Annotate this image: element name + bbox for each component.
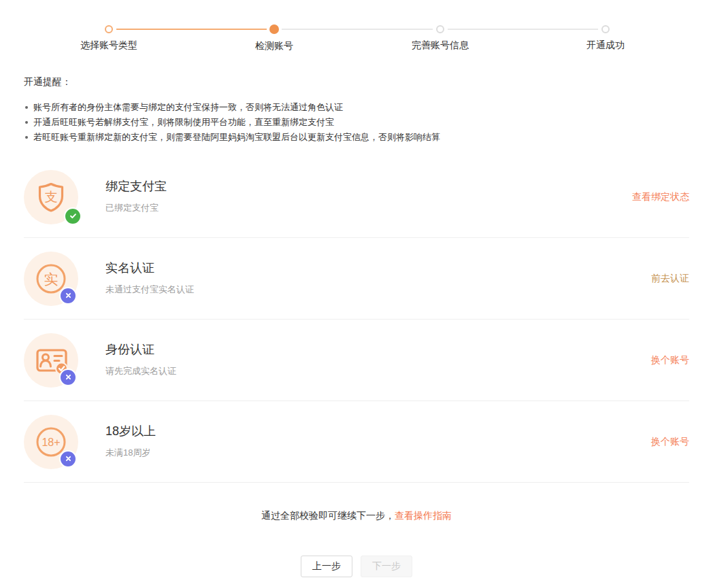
- step-dot-active: [269, 24, 279, 34]
- go-verify-link[interactable]: 前去认证: [651, 273, 689, 285]
- progress-stepper: 选择账号类型 检测账号 完善账号信息 开通成功: [0, 0, 728, 63]
- check-title: 18岁以上: [105, 424, 156, 439]
- step-label: 完善账号信息: [412, 39, 469, 52]
- operation-guide-link[interactable]: 查看操作指南: [395, 510, 452, 521]
- check-title: 绑定支付宝: [105, 180, 167, 194]
- check-title: 身份认证: [105, 343, 176, 358]
- real-name-icon: 实: [24, 252, 78, 306]
- activation-notice: 开通提醒： 账号所有者的身份主体需要与绑定的支付宝保持一致，否则将无法通过角色认…: [24, 76, 689, 145]
- check-text: 实名认证 未通过支付宝实名认证: [105, 261, 194, 296]
- real-name-glyph: 实: [44, 271, 59, 287]
- change-account-link[interactable]: 换个账号: [651, 354, 689, 366]
- wizard-buttons: 上一步 下一步: [24, 556, 689, 577]
- step-complete-info: 完善账号信息: [379, 24, 501, 52]
- view-binding-status-link[interactable]: 查看绑定状态: [632, 191, 689, 203]
- step-check-account: 检测账号: [213, 24, 335, 52]
- status-cross-icon: [59, 287, 77, 305]
- step-select-account-type: 选择账号类型: [48, 24, 170, 52]
- account-check-page: 选择账号类型 检测账号 完善账号信息 开通成功 开通提醒： 账号所有者的身份主体…: [0, 0, 728, 580]
- age-18-glyph: 18+: [42, 437, 60, 448]
- notice-list: 账号所有者的身份主体需要与绑定的支付宝保持一致，否则将无法通过角色认证 开通后旺…: [24, 100, 689, 145]
- notice-item: 若旺旺账号重新绑定新的支付宝，则需要登陆阿里妈妈淘宝联盟后台以更新支付宝信息，否…: [24, 130, 689, 145]
- check-item-alipay-bind: 支 绑定支付宝 已绑定支付宝 查看绑定状态: [24, 156, 689, 238]
- age-18-plus-icon: 18+: [24, 415, 78, 469]
- prev-step-button[interactable]: 上一步: [301, 556, 352, 577]
- check-desc: 未通过支付宝实名认证: [105, 284, 194, 296]
- status-check-icon: [64, 207, 82, 225]
- alipay-shield-icon: 支: [24, 170, 78, 224]
- check-item-real-name: 实 实名认证 未通过支付宝实名认证 前去认证: [24, 238, 689, 320]
- step-dot-pending: [601, 25, 610, 33]
- step-dot-done: [105, 25, 113, 33]
- change-account-link[interactable]: 换个账号: [651, 436, 689, 448]
- check-title: 实名认证: [105, 261, 194, 276]
- next-step-button[interactable]: 下一步: [361, 556, 412, 577]
- check-desc: 请先完成实名认证: [105, 365, 176, 377]
- step-label: 开通成功: [586, 39, 625, 52]
- alipay-glyph: 支: [45, 190, 58, 204]
- status-cross-icon: [59, 450, 77, 468]
- check-item-age-18: 18+ 18岁以上 未满18周岁 换个账号: [24, 401, 689, 483]
- step-label: 检测账号: [255, 40, 293, 52]
- id-card-icon: [24, 333, 78, 388]
- check-item-identity: 身份认证 请先完成实名认证 换个账号: [24, 320, 689, 401]
- check-text: 身份认证 请先完成实名认证: [105, 343, 176, 377]
- check-desc: 未满18周岁: [105, 447, 156, 459]
- notice-item: 开通后旺旺账号若解绑支付宝，则将限制使用平台功能，直至重新绑定支付宝: [24, 115, 689, 130]
- step-label: 选择账号类型: [80, 39, 137, 52]
- check-text: 绑定支付宝 已绑定支付宝: [105, 180, 167, 214]
- step-dot-pending: [436, 25, 444, 33]
- step-success: 开通成功: [544, 24, 667, 52]
- footer-note-text: 通过全部校验即可继续下一步，: [261, 510, 395, 521]
- footer-note: 通过全部校验即可继续下一步，查看操作指南: [24, 510, 689, 522]
- status-cross-icon: [59, 369, 77, 386]
- notice-item: 账号所有者的身份主体需要与绑定的支付宝保持一致，否则将无法通过角色认证: [24, 100, 689, 115]
- check-text: 18岁以上 未满18周岁: [105, 424, 156, 459]
- notice-title: 开通提醒：: [24, 76, 689, 88]
- check-desc: 已绑定支付宝: [105, 202, 167, 214]
- verification-checklist: 支 绑定支付宝 已绑定支付宝 查看绑定状态 实: [24, 156, 689, 483]
